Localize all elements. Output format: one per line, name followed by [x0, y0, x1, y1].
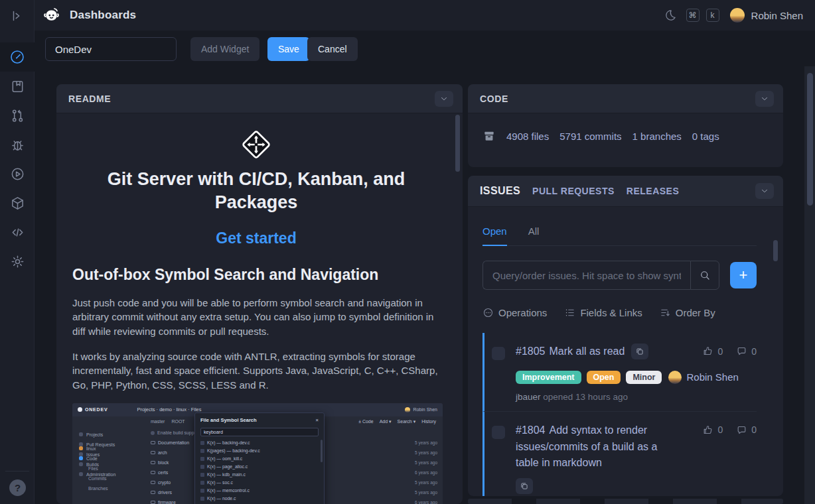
code-widget: CODE 4908 files5791 commits1 branches0 t…: [468, 84, 783, 167]
comment-icon[interactable]: [736, 346, 747, 357]
readme-widget-header: README: [56, 84, 463, 113]
dashboard-name-input[interactable]: [45, 37, 177, 61]
mini-user: Robin Shen: [405, 407, 437, 412]
cancel-button[interactable]: Cancel: [307, 37, 358, 61]
dashboard-grid-hint: [468, 499, 783, 504]
mini-brand: ONEDEV: [78, 407, 108, 412]
issue-labels: ImprovementOpenMinor Robin Shen: [516, 371, 757, 384]
sidebar-item-issues[interactable]: [0, 130, 35, 159]
issue-checkbox[interactable]: [492, 347, 505, 360]
issue-list: #1805Mark all as read 0 0: [482, 333, 757, 496]
sidebar-item-code[interactable]: [0, 218, 35, 247]
sidebar-divider: [5, 471, 29, 472]
readme-paragraph: Just push code and you will be able to p…: [72, 296, 440, 338]
readme-screenshot-image: ONEDEV Projects · demo · linux · Files R…: [72, 403, 443, 504]
issues-widget-header: ISSUES PULL REQUESTS RELEASES: [468, 176, 783, 207]
sidebar-item-projects[interactable]: [0, 72, 35, 101]
help-button[interactable]: ?: [9, 479, 26, 496]
save-button[interactable]: Save: [267, 37, 310, 61]
add-widget-button[interactable]: Add Widget: [190, 37, 259, 61]
vote-count: 0: [717, 424, 723, 435]
readme-scrollbar[interactable]: [455, 115, 460, 503]
page-scrollbar-thumb[interactable]: [807, 73, 813, 206]
assignee-avatar: [668, 371, 682, 384]
issue-query-input[interactable]: [482, 261, 690, 290]
order-by-menu[interactable]: Order By: [660, 307, 715, 318]
readme-heading: Git Server with CI/CD, Kanban, and Packa…: [99, 168, 413, 214]
issue-label[interactable]: Minor: [626, 371, 662, 384]
copy-icon[interactable]: [631, 344, 648, 359]
mini-search-modal: File and Symbol Search × keyboard K(x) —…: [194, 412, 325, 504]
onedev-logo-icon: [42, 7, 60, 25]
code-widget-header: CODE: [468, 84, 783, 113]
issues-toolbar: Operations Fields & Links Order By: [482, 307, 757, 318]
mini-close-icon: ×: [316, 417, 319, 423]
sidebar-item-settings[interactable]: [0, 247, 35, 276]
add-issue-button[interactable]: +: [730, 262, 757, 288]
issue-assignee[interactable]: Robin Shen: [668, 371, 738, 384]
mini-actions: ± CodeAdd ▾Search ▾History: [358, 419, 443, 424]
sidebar-expand-icon[interactable]: [8, 7, 27, 25]
comment-count: 0: [751, 346, 757, 357]
copy-icon[interactable]: [516, 478, 533, 494]
thumbs-up-icon[interactable]: [702, 346, 713, 357]
readme-collapse-button[interactable]: [435, 91, 453, 107]
tab-all[interactable]: All: [528, 225, 540, 245]
mini-search-results: K(x) — backing-dev.cK(pages) — backing-d…: [200, 439, 319, 504]
comment-count: 0: [751, 424, 757, 435]
dark-mode-icon[interactable]: [664, 9, 677, 22]
mini-branch: master: [151, 419, 165, 424]
issue-row: #1804Add syntax to render issues/commits…: [482, 411, 757, 496]
code-stat-link[interactable]: 4908 files: [506, 131, 549, 142]
sidebar-item-packages[interactable]: [0, 188, 35, 218]
repository-icon: [482, 129, 496, 143]
readme-subheading: Out-of-box Symbol Search and Navigation: [72, 266, 440, 284]
tab-open[interactable]: Open: [482, 225, 507, 246]
code-stat-link[interactable]: 1 branches: [632, 131, 682, 142]
code-collapse-button[interactable]: [755, 91, 774, 107]
issue-title[interactable]: #1805Mark all as read: [516, 344, 625, 360]
user-menu[interactable]: Robin Shen: [751, 10, 803, 21]
issues-scrollbar[interactable]: [773, 240, 778, 261]
issue-label[interactable]: Open: [587, 371, 621, 384]
issues-state-tabs: Open All: [482, 207, 757, 246]
fields-links-menu[interactable]: Fields & Links: [564, 307, 642, 318]
readme-widget: README Git Server with CI/CD, Kanban, an…: [56, 84, 463, 504]
issue-row: #1805Mark all as read 0 0: [482, 333, 757, 411]
sidebar-nav: [0, 42, 35, 276]
mini-search-input: keyboard: [200, 428, 319, 436]
sidebar-item-dashboards[interactable]: [0, 42, 35, 72]
page-title: Dashboards: [70, 9, 136, 22]
onedev-diamond-logo-icon: [72, 128, 440, 161]
cmd-key: ⌘: [686, 9, 700, 22]
code-stats: 4908 files5791 commits1 branches0 tags: [506, 131, 719, 142]
vote-count: 0: [717, 346, 723, 357]
top-bar: Dashboards ⌘ k Robin Shen: [0, 0, 815, 31]
readme-paragraph: It works by analyzing source code with A…: [72, 349, 440, 392]
code-stat-link[interactable]: 5791 commits: [559, 131, 621, 142]
mini-root: ROOT: [171, 419, 185, 424]
code-widget-title: CODE: [480, 94, 508, 104]
widget-tab-issues[interactable]: ISSUES: [480, 185, 520, 197]
k-key: k: [706, 9, 719, 22]
readme-widget-title: README: [68, 94, 111, 104]
issues-widget: ISSUES PULL REQUESTS RELEASES Open All +…: [468, 176, 783, 496]
issues-collapse-button[interactable]: [755, 183, 774, 199]
mini-sidebar: ProjectsPull RequestsIssuesBuildsAdminis…: [72, 427, 145, 504]
issue-title[interactable]: #1804Add syntax to render issues/commits…: [516, 422, 674, 472]
issue-label[interactable]: Improvement: [516, 371, 581, 384]
thumbs-up-icon[interactable]: [702, 424, 713, 436]
get-started-link[interactable]: Get started: [72, 229, 440, 247]
issue-checkbox[interactable]: [492, 426, 505, 439]
avatar[interactable]: [730, 8, 745, 23]
sidebar-item-builds[interactable]: [0, 159, 35, 188]
readme-content: Git Server with CI/CD, Kanban, and Packa…: [56, 113, 463, 504]
comment-icon[interactable]: [736, 424, 747, 436]
search-button[interactable]: [690, 261, 719, 290]
issue-meta: jbauer opened 13 hours ago: [516, 392, 757, 402]
widget-tab-pull-requests[interactable]: PULL REQUESTS: [532, 186, 615, 196]
sidebar-item-pull-requests[interactable]: [0, 101, 35, 130]
code-stat-link[interactable]: 0 tags: [692, 131, 719, 142]
widget-tab-releases[interactable]: RELEASES: [627, 186, 679, 196]
operations-menu[interactable]: Operations: [482, 307, 547, 318]
